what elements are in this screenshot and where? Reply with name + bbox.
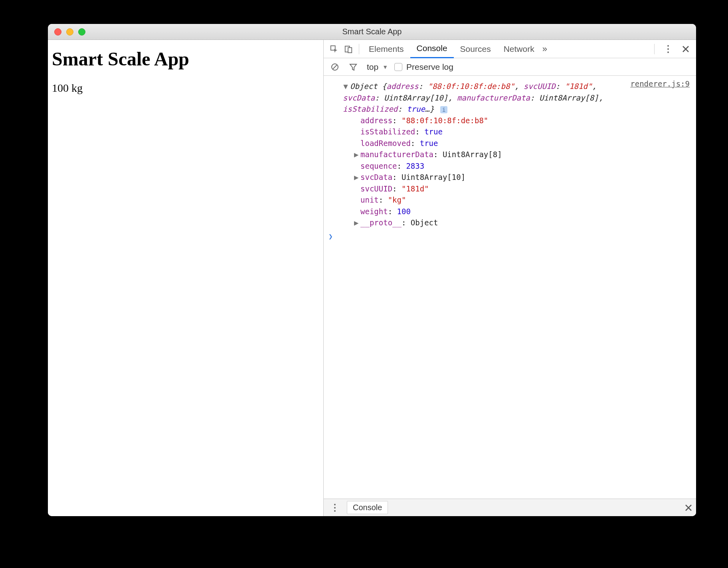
- drawer-close-icon[interactable]: [685, 504, 692, 511]
- property-row[interactable]: ▶manufacturerData: Uint8Array[8]: [354, 149, 690, 160]
- property-row[interactable]: address: "88:0f:10:8f:de:b8": [354, 115, 690, 126]
- page-title: Smart Scale App: [52, 48, 319, 70]
- object-properties: address: "88:0f:10:8f:de:b8" isStabilize…: [343, 115, 690, 229]
- window-body: Smart Scale App 100 kg Elements Console …: [48, 40, 696, 516]
- svg-point-3: [667, 45, 669, 47]
- window-titlebar[interactable]: Smart Scale App: [48, 24, 696, 40]
- tab-sources[interactable]: Sources: [454, 40, 497, 58]
- property-row[interactable]: loadRemoved: true: [354, 138, 690, 149]
- expand-icon[interactable]: ▶: [354, 149, 360, 160]
- tabs-overflow-icon[interactable]: »: [542, 44, 547, 54]
- svg-point-5: [667, 51, 669, 53]
- svg-point-4: [667, 48, 669, 50]
- expand-icon[interactable]: ▶: [354, 217, 360, 229]
- chevron-down-icon: ▼: [382, 64, 388, 70]
- property-row[interactable]: weight: 100: [354, 206, 690, 217]
- property-row[interactable]: unit: "kg": [354, 194, 690, 206]
- tab-console[interactable]: Console: [410, 40, 454, 58]
- svg-point-9: [334, 510, 336, 512]
- preserve-log-checkbox[interactable]: [394, 63, 402, 71]
- property-row[interactable]: svcUUID: "181d": [354, 183, 690, 195]
- divider: [654, 44, 655, 54]
- console-log-entry: ▼Object {address: "88:0f:10:8f:de:b8", s…: [327, 79, 690, 229]
- filter-icon[interactable]: [346, 60, 360, 74]
- inspect-element-icon[interactable]: [327, 42, 341, 56]
- weight-reading: 100 kg: [52, 82, 319, 95]
- expand-icon[interactable]: ▶: [354, 172, 360, 183]
- preserve-log-label: Preserve log: [406, 62, 453, 72]
- kebab-menu-icon[interactable]: [661, 42, 675, 56]
- app-window: Smart Scale App Smart Scale App 100 kg E…: [48, 24, 696, 516]
- close-devtools-icon[interactable]: [679, 42, 693, 56]
- svg-point-8: [334, 507, 336, 509]
- property-row[interactable]: ▶__proto__: Object: [354, 217, 690, 229]
- console-prompt-icon[interactable]: ❯: [327, 229, 690, 242]
- object-prefix: Object {: [350, 82, 387, 91]
- property-row[interactable]: isStabilized: true: [354, 126, 690, 138]
- svg-rect-2: [348, 47, 352, 53]
- info-icon[interactable]: i: [440, 106, 447, 113]
- expand-toggle-icon[interactable]: ▼: [343, 81, 348, 92]
- clear-console-icon[interactable]: [328, 60, 342, 74]
- devtools-drawer: Console: [324, 499, 696, 516]
- app-content-pane: Smart Scale App 100 kg: [48, 40, 323, 516]
- divider: [359, 44, 359, 54]
- property-row[interactable]: sequence: 2833: [354, 160, 690, 172]
- console-output[interactable]: renderer.js:9 ▼Object {address: "88:0f:1…: [324, 76, 696, 499]
- devtools-panel: Elements Console Sources Network »: [323, 40, 696, 516]
- device-toolbar-icon[interactable]: [341, 42, 356, 56]
- window-title: Smart Scale App: [48, 27, 696, 36]
- property-row[interactable]: ▶svcData: Uint8Array[10]: [354, 172, 690, 183]
- devtools-tabbar: Elements Console Sources Network »: [324, 40, 696, 58]
- drawer-kebab-icon[interactable]: [328, 501, 342, 515]
- drawer-tab-console[interactable]: Console: [347, 501, 388, 514]
- context-selector[interactable]: top ▼: [364, 62, 390, 72]
- tab-elements[interactable]: Elements: [362, 40, 410, 58]
- svg-point-7: [334, 504, 336, 505]
- console-toolbar: top ▼ Preserve log: [324, 58, 696, 76]
- tab-network[interactable]: Network: [497, 40, 541, 58]
- context-selector-label: top: [367, 62, 378, 72]
- source-link[interactable]: renderer.js:9: [630, 78, 690, 90]
